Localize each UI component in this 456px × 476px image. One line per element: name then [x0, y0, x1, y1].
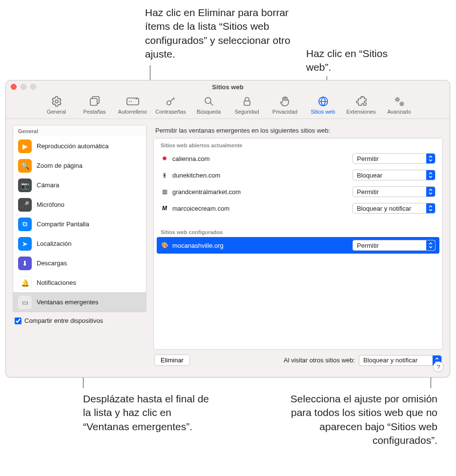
- tab-autofill[interactable]: Autorrelleno: [116, 94, 149, 116]
- configured-sites-head: Sitios web configurados: [154, 225, 442, 237]
- favicon-icon: M: [161, 204, 168, 212]
- sidebar-item-label: Reproducción automática: [37, 142, 108, 150]
- sidebar-item-microphone[interactable]: 🎤 Micrófono: [13, 195, 146, 214]
- sidebar-item-zoom[interactable]: 🔍 Zoom de página: [13, 156, 146, 175]
- tab-label: Privacidad: [272, 109, 297, 115]
- tab-tabs[interactable]: Pestañas: [78, 94, 111, 116]
- microphone-icon: 🎤: [18, 198, 32, 212]
- puzzle-icon: [355, 95, 368, 108]
- tab-label: Sitios web: [311, 109, 335, 115]
- help-button[interactable]: ?: [433, 361, 444, 372]
- site-setting-dropdown[interactable]: Permitir: [352, 186, 435, 197]
- site-domain: grandcentralmarket.com: [172, 188, 241, 196]
- chevron-updown-icon: [426, 154, 435, 163]
- tab-label: Autorrelleno: [118, 109, 147, 115]
- chevron-updown-icon: [426, 203, 435, 213]
- tab-search[interactable]: Búsqueda: [192, 94, 226, 116]
- remove-button[interactable]: Eliminar: [154, 355, 190, 366]
- sidebar-items[interactable]: ▶ Reproducción automática 🔍 Zoom de pági…: [13, 136, 146, 312]
- callout-remove: Haz clic en Eliminar para borrar ítems d…: [145, 6, 296, 61]
- site-setting-dropdown[interactable]: Bloquear: [352, 170, 435, 180]
- tab-label: Avanzado: [387, 109, 411, 115]
- tab-label: Contraseñas: [155, 109, 186, 115]
- tab-label: Pestañas: [83, 109, 106, 115]
- websites-listbox: Sitios web abiertos actualmente ✺ calien…: [153, 138, 443, 350]
- dropdown-value: Permitir: [357, 242, 379, 249]
- site-setting-dropdown[interactable]: Permitir: [352, 153, 435, 164]
- open-sites-head: Sitios web abiertos actualmente: [154, 139, 442, 150]
- tabs-icon: [88, 95, 101, 108]
- favicon-icon: ᚕ: [161, 171, 168, 179]
- search-icon: [203, 95, 215, 108]
- zoom-icon: 🔍: [18, 159, 32, 173]
- hand-icon: [279, 95, 291, 108]
- chevron-updown-icon: [426, 170, 435, 180]
- site-setting-dropdown[interactable]: Bloquear y notificar: [352, 203, 435, 214]
- site-domain: calienna.com: [172, 155, 210, 162]
- sidebar-item-label: Notificaciones: [37, 279, 76, 286]
- sidebar-item-label: Cámara: [37, 181, 59, 189]
- tab-label: Búsqueda: [197, 109, 221, 115]
- sidebar-item-label: Descargas: [37, 259, 67, 267]
- svg-point-8: [401, 103, 403, 105]
- sidebar-item-label: Micrófono: [37, 201, 64, 208]
- gears-icon: [393, 95, 406, 108]
- dropdown-value: Bloquear y notificar: [363, 357, 417, 364]
- sidebar-item-autoplay[interactable]: ▶ Reproducción automática: [13, 136, 146, 156]
- svg-point-0: [55, 100, 58, 103]
- bell-icon: 🔔: [18, 276, 32, 290]
- popup-icon: ▭: [18, 296, 32, 309]
- tab-extensions[interactable]: Extensiones: [345, 94, 378, 116]
- callout-websites: Haz clic en “Sitios web”.: [306, 47, 404, 75]
- site-domain: mocanashville.org: [172, 242, 224, 249]
- tab-privacy[interactable]: Privacidad: [269, 94, 302, 116]
- share-label: Compartir entre dispositivos: [24, 317, 103, 324]
- autofill-icon: [126, 95, 139, 108]
- screenshare-icon: ⧉: [18, 218, 32, 231]
- sidebar-item-label: Ventanas emergentes: [37, 298, 98, 306]
- sidebar-item-popups[interactable]: ▭ Ventanas emergentes: [13, 292, 146, 312]
- preferences-window: Sitios web General Pestañas Autorrelleno…: [5, 80, 450, 377]
- site-setting-dropdown[interactable]: Permitir: [352, 240, 435, 251]
- sidebar-item-location[interactable]: ➤ Localización: [13, 234, 146, 253]
- tab-websites[interactable]: Sitios web: [307, 94, 340, 116]
- tab-label: General: [47, 109, 66, 115]
- settings-sidebar: General ▶ Reproducción automática 🔍 Zoom…: [13, 125, 146, 312]
- play-icon: ▶: [18, 139, 32, 153]
- sidebar-item-downloads[interactable]: ⬇ Descargas: [13, 253, 146, 273]
- svg-point-4: [205, 98, 211, 103]
- default-setting-dropdown[interactable]: Bloquear y notificar: [359, 355, 442, 366]
- sidebar-item-notifications[interactable]: 🔔 Notificaciones: [13, 273, 146, 292]
- favicon-icon: 🎨: [161, 241, 168, 249]
- tab-security[interactable]: Seguridad: [230, 94, 264, 116]
- site-row-selected[interactable]: 🎨 mocanashville.org Permitir: [157, 237, 439, 254]
- prefs-toolbar: General Pestañas Autorrelleno Contraseña…: [6, 93, 450, 119]
- sidebar-item-camera[interactable]: 📷 Cámara: [13, 175, 146, 195]
- tab-passwords[interactable]: Contraseñas: [154, 94, 187, 116]
- tab-advanced[interactable]: Avanzado: [383, 94, 416, 116]
- callout-scroll: Desplázate hasta el final de la lista y …: [83, 392, 210, 434]
- chevron-updown-icon: [426, 187, 435, 197]
- share-checkbox[interactable]: [15, 317, 21, 324]
- callout-default: Selecciona el ajuste por omisión para to…: [271, 392, 437, 447]
- svg-rect-1: [90, 99, 97, 105]
- chevron-updown-icon: [426, 240, 435, 250]
- sidebar-item-label: Localización: [37, 240, 72, 247]
- site-row[interactable]: ▦ grandcentralmarket.com Permitir: [154, 183, 442, 200]
- share-between-devices[interactable]: Compartir entre dispositivos: [13, 312, 146, 329]
- site-row[interactable]: ᚕ dunekitchen.com Bloquear: [154, 167, 442, 183]
- tab-label: Seguridad: [234, 109, 259, 115]
- favicon-icon: ▦: [161, 188, 168, 196]
- site-domain: marcoicecream.com: [172, 205, 229, 212]
- dropdown-value: Bloquear: [357, 172, 382, 179]
- favicon-icon: ✺: [161, 155, 168, 162]
- dropdown-value: Permitir: [357, 155, 379, 162]
- sidebar-item-screenshare[interactable]: ⧉ Compartir Pantalla: [13, 214, 146, 234]
- tab-general[interactable]: General: [40, 94, 73, 116]
- site-row[interactable]: M marcoicecream.com Bloquear y notificar: [154, 200, 442, 217]
- main-panel: Permitir las ventanas emergentes en los …: [153, 125, 443, 366]
- window-title: Sitios web: [6, 83, 450, 91]
- site-row[interactable]: ✺ calienna.com Permitir: [154, 150, 442, 167]
- sidebar-item-label: Zoom de página: [37, 162, 83, 169]
- svg-point-3: [167, 101, 171, 105]
